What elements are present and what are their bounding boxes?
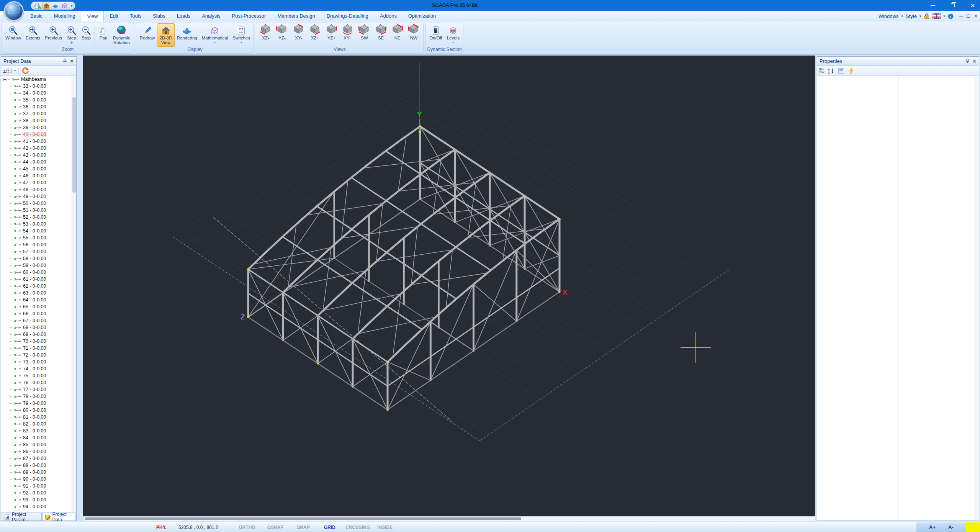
ribbon-button-dynamic-rotation[interactable]: DynamicRotation [111, 23, 133, 47]
ribbon-button-switches[interactable]: Switches▾ [230, 23, 252, 47]
menu-tab-edit[interactable]: Edit [104, 11, 124, 21]
tree-item-34[interactable]: 34 - 0-0.00 [1, 90, 76, 97]
status-toggle-snap[interactable]: SNAP [297, 525, 309, 530]
tree-item-56[interactable]: 56 - 0-0.00 [1, 241, 76, 248]
tree-item-90[interactable]: 90 - 0-0.00 [1, 476, 76, 483]
print-icon[interactable] [33, 2, 41, 10]
tree-item-37[interactable]: 37 - 0-0.00 [1, 110, 76, 117]
refresh-icon[interactable] [21, 67, 29, 75]
ribbon-button-redraw[interactable]: Redraw [137, 23, 157, 47]
sort-alphabetical-icon[interactable]: AZ [828, 68, 834, 74]
tree-item-73[interactable]: 73 - 0-0.00 [1, 358, 76, 365]
tree-item-92[interactable]: 92 - 0-0.00 [1, 489, 76, 496]
tree-item-64[interactable]: 64 - 0-0.00 [1, 296, 76, 303]
ribbon-button-xy[interactable]: XY+ [340, 23, 356, 47]
child-close-button[interactable]: ✕ [974, 14, 978, 18]
render-teapot-icon[interactable] [52, 2, 59, 10]
viewport-canvas[interactable]: YXZ [83, 56, 815, 516]
property-page-icon[interactable] [838, 68, 844, 74]
tree-item-86[interactable]: 86 - 0-0.00 [1, 448, 76, 455]
status-toggle-crossing[interactable]: CROSSING [345, 525, 370, 530]
pin-icon[interactable] [965, 59, 970, 64]
tree-item-58[interactable]: 58 - 0-0.00 [1, 255, 76, 262]
tree-item-62[interactable]: 62 - 0-0.00 [1, 283, 76, 290]
pin-icon[interactable] [62, 59, 67, 64]
tree-item-52[interactable]: 52 - 0-0.00 [1, 214, 76, 221]
minimize-button[interactable] [928, 2, 938, 9]
menu-tab-post-processor[interactable]: Post-Processor [226, 11, 272, 21]
3d-viewport[interactable]: YXZ [83, 56, 815, 516]
tree-item-38[interactable]: 38 - 0-0.00 [1, 117, 76, 124]
scrollbar-thumb[interactable] [85, 517, 521, 520]
tree-item-42[interactable]: 42 - 0-0.00 [1, 145, 76, 152]
menu-tab-basic[interactable]: Basic [25, 11, 48, 21]
ribbon-button-se[interactable]: SE [373, 23, 389, 47]
ribbon-button-xz[interactable]: XZ- [257, 23, 274, 47]
tree-item-67[interactable]: 67 - 0-0.00 [1, 317, 76, 324]
tree-item-87[interactable]: 87 - 0-0.00 [1, 455, 76, 462]
ribbon-button-yz[interactable]: YZ- [274, 23, 290, 47]
tree-item-36[interactable]: 36 - 0-0.00 [1, 103, 76, 110]
tree-item-46[interactable]: 46 - 0-0.00 [1, 172, 76, 179]
viewport-hscrollbar[interactable] [83, 516, 815, 521]
close-button[interactable]: ✕ [968, 2, 978, 9]
tree-item-81[interactable]: 81 - 0-0.00 [1, 414, 76, 421]
panel-tab-project-data[interactable]: Project Data [43, 513, 75, 521]
info-icon[interactable] [948, 13, 954, 19]
ribbon-button-sw[interactable]: SW [356, 23, 373, 47]
tree-item-70[interactable]: 70 - 0-0.00 [1, 338, 76, 345]
tree-item-79[interactable]: 79 - 0-0.00 [1, 400, 76, 407]
tree-item-65[interactable]: 65 - 0-0.00 [1, 303, 76, 310]
qat-dropdown-icon[interactable]: ▾ [71, 4, 73, 8]
ribbon-button-pan[interactable]: Pan [96, 23, 111, 47]
tree-item-57[interactable]: 57 - 0-0.00 [1, 248, 76, 255]
ribbon-button-2d-3d-view[interactable]: 2D-3DView [157, 23, 174, 47]
tree-item-78[interactable]: 78 - 0-0.00 [1, 393, 76, 400]
tree-item-71[interactable]: 71 - 0-0.00 [1, 345, 76, 352]
font-decrease-button[interactable]: A- [948, 524, 954, 530]
status-toggle-osnap[interactable]: OSNAP [267, 525, 284, 530]
menu-tab-analysis[interactable]: Analysis [196, 11, 226, 21]
tree-item-76[interactable]: 76 - 0-0.00 [1, 379, 76, 386]
ribbon-button-ne[interactable]: NE [389, 23, 406, 47]
ribbon-button-rendering[interactable]: Rendering [175, 23, 200, 47]
menu-tab-addons[interactable]: Addons [374, 11, 402, 21]
tree-item-44[interactable]: 44 - 0-0.00 [1, 159, 76, 165]
menu-tab-loads[interactable]: Loads [171, 11, 196, 21]
tree-item-43[interactable]: 43 - 0-0.00 [1, 152, 76, 159]
tree-item-39[interactable]: 39 - 0-0.00 [1, 124, 76, 131]
scrollbar-thumb[interactable] [72, 97, 76, 193]
ribbon-button-window[interactable]: Window [3, 23, 23, 47]
phy-indicator[interactable]: PHY. [156, 525, 167, 530]
tree-scrollbar[interactable] [72, 76, 76, 512]
tree-item-84[interactable]: 84 - 0-0.00 [1, 434, 76, 441]
tree-item-75[interactable]: 75 - 0-0.00 [1, 372, 76, 379]
tree-item-61[interactable]: 61 - 0-0.00 [1, 276, 76, 283]
tree-item-69[interactable]: 69 - 0-0.00 [1, 331, 76, 338]
menu-tab-slabs[interactable]: Slabs [147, 11, 171, 21]
tree-item-83[interactable]: 83 - 0-0.00 [1, 427, 76, 434]
menu-tab-view[interactable]: View [81, 11, 104, 21]
tree-item-85[interactable]: 85 - 0-0.00 [1, 441, 76, 448]
tree-item-60[interactable]: 60 - 0-0.00 [1, 269, 76, 276]
panel-tab-project-param[interactable]: Project Param... [2, 513, 42, 521]
tree-item-95[interactable]: 95 - 0-0.00 [1, 510, 76, 512]
ribbon-button-yz[interactable]: YZ+ [323, 23, 340, 47]
tree-item-89[interactable]: 89 - 0-0.00 [1, 469, 76, 476]
lightning-icon[interactable] [849, 68, 854, 74]
maximize-button[interactable] [948, 2, 958, 9]
tree-item-68[interactable]: 68 - 0-0.00 [1, 324, 76, 331]
tree-item-74[interactable]: 74 - 0-0.00 [1, 365, 76, 372]
tree-item-53[interactable]: 53 - 0-0.00 [1, 221, 76, 228]
menu-tab-optimization[interactable]: Optimization [402, 11, 442, 21]
menu-tab-drawings-detailing[interactable]: Drawings-Detailing [321, 11, 374, 21]
close-icon[interactable] [70, 59, 74, 63]
tree-item-77[interactable]: 77 - 0-0.00 [1, 386, 76, 393]
child-restore-button[interactable] [967, 15, 970, 18]
ribbon-button-on-off[interactable]: On/Off [427, 23, 445, 47]
ribbon-button-step[interactable]: Step- [79, 23, 93, 47]
categorize-icon[interactable] [819, 68, 825, 74]
tree-item-82[interactable]: 82 - 0-0.00 [1, 421, 76, 427]
windows-menu[interactable]: Windows [879, 13, 899, 19]
style-menu[interactable]: Style [906, 13, 917, 19]
